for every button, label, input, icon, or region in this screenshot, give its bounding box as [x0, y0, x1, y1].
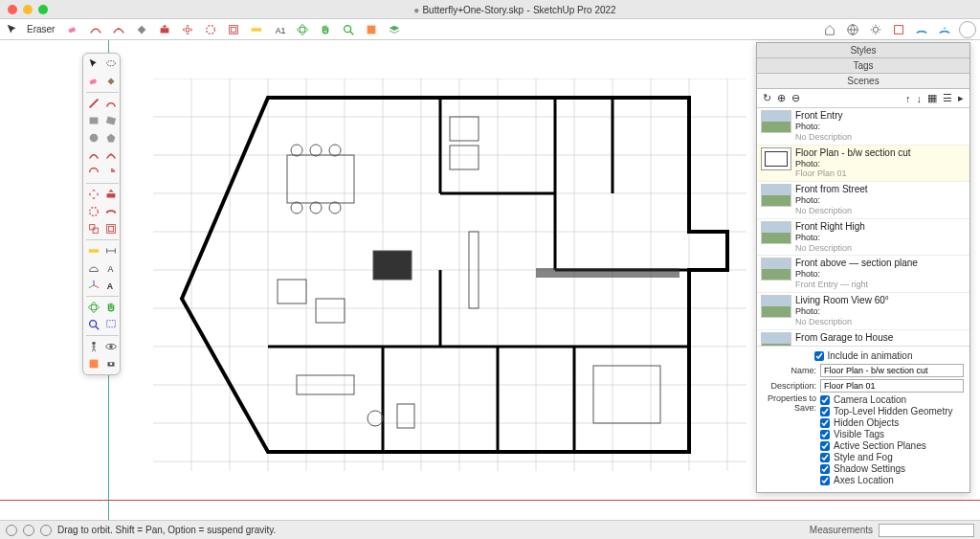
property-checkbox[interactable] [820, 395, 830, 405]
refresh-icon[interactable]: ↻ [763, 92, 771, 104]
freehand-icon[interactable] [103, 96, 119, 111]
tab-scenes[interactable]: Scenes [757, 74, 969, 89]
property-checkbox[interactable] [820, 441, 830, 451]
zoom-window-icon[interactable] [38, 5, 48, 14]
arc-tool-icon[interactable] [87, 21, 104, 38]
gear-icon[interactable] [867, 21, 884, 38]
property-checkbox[interactable] [820, 418, 830, 428]
scene-list-icon[interactable]: ☰ [943, 92, 952, 104]
svg-rect-16 [895, 25, 903, 34]
minimize-window-icon[interactable] [23, 5, 33, 14]
paint-tool-icon[interactable] [133, 21, 150, 38]
property-checkbox[interactable] [820, 453, 830, 462]
arc-icon[interactable] [86, 147, 101, 163]
scene-menu-icon[interactable]: ▸ [958, 92, 964, 104]
zoom-tool-icon[interactable] [340, 21, 357, 38]
svg-point-57 [310, 145, 322, 156]
section-plane-icon[interactable] [86, 356, 101, 371]
rotate-icon[interactable] [86, 204, 101, 219]
scale-icon[interactable] [86, 221, 101, 236]
scene-name: Front Entry [795, 110, 966, 122]
followme-icon[interactable] [103, 204, 119, 219]
scene-view-icon[interactable]: ▦ [927, 92, 937, 104]
text-tool-icon[interactable]: A1 [271, 21, 288, 38]
dimension-icon[interactable] [103, 243, 119, 258]
scene-item[interactable]: Floor Plan - b/w section cut Photo: Floo… [757, 146, 969, 183]
layers-tool-icon[interactable] [386, 21, 403, 38]
offset-icon[interactable] [103, 221, 119, 236]
axes-icon[interactable] [86, 278, 101, 293]
look-icon[interactable] [103, 339, 119, 354]
property-checkbox[interactable] [820, 407, 830, 416]
scene-item[interactable]: Living Room View 60° Photo: No Descripti… [757, 293, 969, 330]
arc3-icon[interactable] [86, 165, 101, 180]
geo-off-icon[interactable] [6, 525, 17, 536]
scene-photo-label: Photo: [795, 122, 966, 132]
tape-tool-icon[interactable] [248, 21, 265, 38]
property-checkbox[interactable] [820, 464, 830, 474]
text-icon[interactable]: A [103, 260, 119, 276]
tab-tags[interactable]: Tags [757, 58, 969, 74]
geo-icon[interactable] [844, 21, 861, 38]
scene-down-icon[interactable]: ↓ [917, 93, 923, 104]
scene-item[interactable]: Front above — section plane Photo: Front… [757, 256, 969, 293]
move-icon[interactable] [86, 187, 101, 202]
walk-icon[interactable] [86, 339, 101, 354]
select-tool-icon[interactable] [4, 21, 21, 38]
scene-item[interactable]: Front Entry Photo: No Description [757, 108, 969, 146]
property-checkbox[interactable] [820, 430, 830, 439]
person-icon[interactable] [40, 525, 52, 536]
section-tool-icon[interactable] [363, 21, 380, 38]
offset-tool-icon[interactable] [225, 21, 242, 38]
credits-icon[interactable] [23, 525, 34, 536]
orbit-tool-icon[interactable] [294, 21, 311, 38]
move-tool-icon[interactable] [179, 21, 196, 38]
warehouse2-icon[interactable] [936, 21, 953, 38]
remove-scene-icon[interactable]: ⊖ [791, 92, 800, 104]
scene-item[interactable]: Front from Street Photo: No Description [757, 182, 969, 219]
svg-rect-3 [187, 28, 190, 32]
position-camera-icon[interactable] [103, 356, 119, 371]
select-icon[interactable] [86, 56, 101, 72]
zoom-window-icon[interactable] [103, 317, 119, 332]
paint-bucket-icon[interactable] [103, 74, 119, 89]
pushpull-tool-icon[interactable] [156, 21, 173, 38]
add-scene-icon[interactable]: ⊕ [777, 92, 786, 104]
include-in-animation-checkbox[interactable] [814, 351, 824, 361]
tab-styles[interactable]: Styles [757, 43, 969, 58]
tape-icon[interactable] [86, 243, 101, 258]
scene-description-input[interactable] [820, 379, 964, 393]
pan-icon[interactable] [103, 300, 119, 315]
eraser-icon[interactable] [86, 74, 101, 89]
zoom-icon[interactable] [86, 317, 101, 332]
measurements-input[interactable] [879, 524, 974, 537]
arc2-icon[interactable] [103, 147, 119, 163]
rotate-tool-icon[interactable] [202, 21, 219, 38]
protractor-icon[interactable] [86, 260, 101, 276]
eraser-tool-icon[interactable] [64, 21, 81, 38]
svg-point-1 [119, 28, 121, 30]
pushpull-icon[interactable] [103, 187, 119, 202]
close-window-icon[interactable] [8, 5, 17, 14]
rectangle-icon[interactable] [86, 113, 101, 128]
warehouse-icon[interactable] [913, 21, 930, 38]
pan-tool-icon[interactable] [317, 21, 334, 38]
pie-icon[interactable] [103, 165, 119, 180]
extensions-icon[interactable] [890, 21, 907, 38]
property-checkbox[interactable] [820, 476, 830, 485]
scene-item[interactable]: From Garage to House [757, 330, 969, 346]
arc2-tool-icon[interactable] [110, 21, 127, 38]
3dtext-icon[interactable]: A [103, 278, 119, 293]
scene-up-icon[interactable]: ↑ [905, 93, 911, 104]
scene-name-input[interactable] [820, 364, 964, 377]
line-icon[interactable] [86, 96, 101, 111]
circle-icon[interactable] [86, 130, 101, 146]
scenes-list[interactable]: Front Entry Photo: No Description Floor … [757, 108, 969, 346]
lasso-icon[interactable] [103, 56, 119, 72]
rotated-rect-icon[interactable] [103, 113, 119, 128]
polygon-icon[interactable] [103, 130, 119, 146]
scene-item[interactable]: Front Right High Photo: No Description [757, 219, 969, 257]
home-icon[interactable] [821, 21, 838, 38]
orbit-icon[interactable] [86, 300, 101, 315]
account-avatar-icon[interactable] [959, 21, 976, 38]
